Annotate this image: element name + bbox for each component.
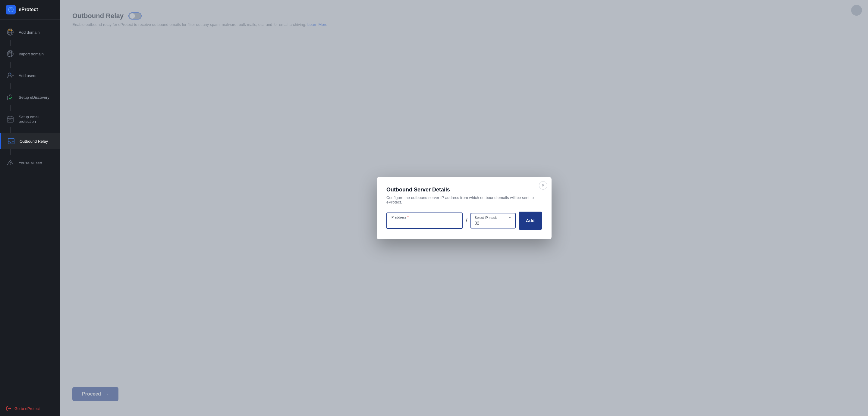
triangle-person-icon	[6, 159, 14, 167]
connector	[10, 40, 10, 46]
modal-description: Configure the outbound server IP address…	[386, 195, 542, 204]
svg-rect-16	[7, 117, 13, 122]
connector	[10, 83, 10, 90]
modal-close-button[interactable]: ✕	[539, 181, 547, 189]
svg-text:www: www	[9, 30, 12, 31]
sidebar-item-add-users[interactable]: Add users	[0, 68, 60, 83]
sidebar-item-outbound-relay-label: Outbound Relay	[20, 139, 48, 144]
sidebar-item-setup-email-protection[interactable]: Setup email protection	[0, 111, 60, 127]
ip-address-label: IP address *	[391, 215, 458, 219]
svg-text:www: www	[9, 51, 12, 53]
app-logo-icon	[6, 5, 16, 14]
ip-address-input[interactable]	[391, 221, 458, 226]
modal-overlay: ✕ Outbound Server Details Configure the …	[60, 0, 868, 416]
sidebar-item-setup-ediscovery[interactable]: Setup eDiscovery	[0, 90, 60, 105]
sidebar-item-add-domain[interactable]: www Add domain	[0, 24, 60, 40]
sidebar-footer: Go to eProtect	[0, 401, 60, 416]
main-content-area: Outbound Relay Enable outbound relay for…	[60, 0, 868, 416]
sidebar-item-youre-all-set[interactable]: You're all set!	[0, 155, 60, 171]
app-title: eProtect	[19, 7, 38, 12]
sidebar-item-youre-all-set-label: You're all set!	[19, 161, 42, 165]
sidebar-item-setup-ediscovery-label: Setup eDiscovery	[19, 95, 50, 100]
sidebar-item-outbound-relay[interactable]: Outbound Relay	[0, 133, 60, 149]
go-to-eprotect[interactable]: Go to eProtect	[6, 406, 54, 411]
required-star: *	[407, 215, 408, 219]
go-to-eprotect-label: Go to eProtect	[14, 406, 40, 411]
mask-select-inner: Select IP mask ▼ 32 8 16 24 32	[471, 213, 515, 228]
sidebar-item-setup-email-protection-label: Setup email protection	[19, 115, 54, 124]
globe-www-icon: www	[6, 28, 14, 36]
svg-point-14	[8, 73, 11, 75]
sidebar-item-import-domain-label: Import domain	[19, 52, 44, 56]
sidebar-item-add-users-label: Add users	[19, 73, 36, 78]
add-button[interactable]: Add	[519, 212, 542, 230]
connector	[10, 62, 10, 68]
sidebar-nav: www Add domain www Import domain	[0, 20, 60, 401]
sidebar-header: eProtect	[0, 0, 60, 20]
svg-point-21	[10, 162, 11, 164]
ip-address-field-wrapper: IP address *	[386, 212, 463, 229]
modal-title: Outbound Server Details	[386, 187, 542, 193]
globe-www2-icon: www	[6, 50, 14, 58]
svg-rect-15	[7, 96, 13, 100]
connector	[10, 127, 10, 133]
connector	[10, 149, 10, 155]
modal-outbound-server-details: ✕ Outbound Server Details Configure the …	[377, 177, 552, 239]
briefcase-check-icon	[6, 93, 14, 101]
user-plus-icon	[6, 71, 14, 80]
exit-icon	[6, 406, 11, 411]
mask-select-wrapper: Select IP mask ▼ 32 8 16 24 32	[470, 213, 516, 229]
modal-form-row: IP address * / Select IP mask ▼ 32	[386, 212, 542, 230]
inbox-icon	[7, 137, 16, 145]
slash-divider: /	[466, 217, 467, 224]
sidebar-item-import-domain[interactable]: www Import domain	[0, 46, 60, 62]
svg-point-0	[8, 7, 13, 12]
sidebar-item-add-domain-label: Add domain	[19, 30, 39, 35]
calendar-edit-icon	[6, 115, 14, 124]
connector	[10, 105, 10, 111]
sidebar: eProtect www Add domain	[0, 0, 60, 416]
